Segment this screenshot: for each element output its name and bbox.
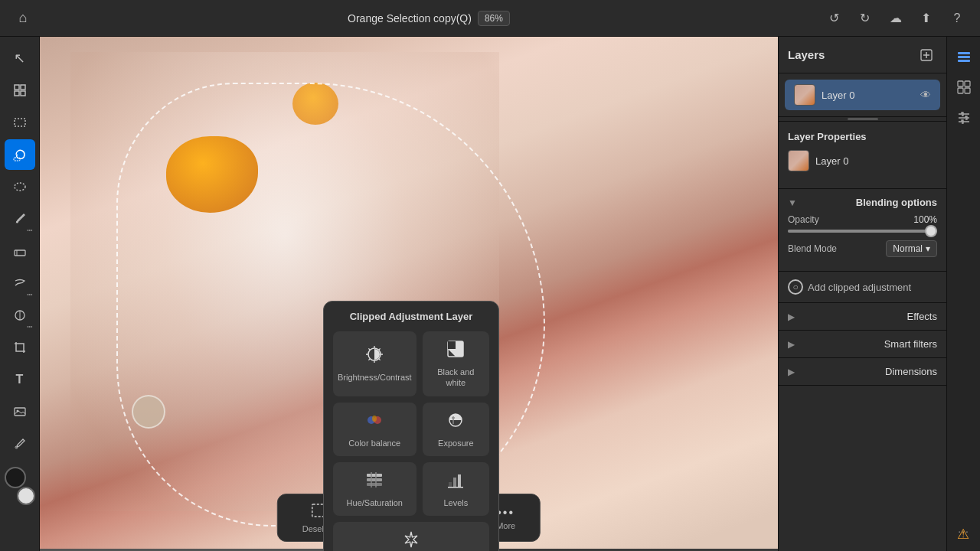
svg-point-19 (372, 416, 377, 422)
color-balance-item[interactable]: Color balance (333, 403, 416, 456)
divider-handle (848, 118, 878, 120)
top-bar-center: Orange Selection copy(Q) 86% (348, 11, 510, 26)
hue-saturation-item[interactable]: Hue/Saturation (333, 462, 416, 516)
warning-area: ⚠ (779, 539, 946, 551)
svg-rect-28 (458, 474, 461, 487)
panel-icons (916, 44, 937, 66)
text-tool[interactable]: T (5, 364, 35, 395)
panel-spacer (779, 386, 946, 539)
layers-panel-icon[interactable] (950, 43, 978, 70)
smart-filters-row: ▶ Smart filters (788, 338, 937, 350)
select-tool[interactable]: ↖ (5, 43, 35, 73)
color-swatches[interactable] (5, 467, 35, 505)
add-clipped-label: Add clipped adjustment (808, 282, 911, 293)
foreground-color[interactable] (5, 467, 26, 488)
blend-mode-value: Normal (893, 243, 923, 254)
cloud-icon[interactable]: ☁ (885, 8, 906, 29)
layer-0-item[interactable]: Layer 0 👁 (785, 80, 940, 110)
layer-properties-section: Layer Properties Layer 0 (779, 122, 946, 189)
svg-rect-23 (367, 483, 382, 486)
layer-props-name: Layer 0 (815, 155, 937, 167)
layer-0-visibility[interactable]: 👁 (920, 89, 931, 101)
blend-mode-row: Blend Mode Normal ▾ (788, 240, 937, 257)
effects-section[interactable]: ▶ Effects (779, 303, 946, 331)
svg-rect-38 (958, 81, 963, 86)
home-icon[interactable]: ⌂ (12, 8, 34, 29)
svg-point-6 (15, 183, 25, 191)
svg-rect-40 (958, 88, 963, 93)
blending-options-title: Blending options (856, 197, 937, 208)
undo-icon[interactable]: ↺ (824, 8, 845, 29)
svg-rect-21 (367, 474, 382, 477)
share-icon[interactable]: ⬆ (916, 8, 937, 29)
svg-rect-39 (965, 81, 970, 86)
svg-rect-29 (448, 487, 463, 488)
eyedropper-tool[interactable] (5, 429, 35, 459)
blend-mode-select[interactable]: Normal ▾ (886, 240, 937, 257)
top-bar: ⌂ Orange Selection copy(Q) 86% ↺ ↻ ☁ ⬆ ? (0, 0, 980, 37)
left-toolbar: ↖ (0, 37, 40, 551)
warning-icon[interactable]: ⚠ (952, 523, 974, 545)
eraser-tool[interactable] (5, 236, 35, 266)
properties-panel-icon[interactable] (950, 73, 978, 101)
transform-tool[interactable] (5, 75, 35, 106)
main-area: ↖ (0, 37, 980, 551)
far-right-panel: ··· (946, 37, 980, 551)
lasso-tool[interactable] (5, 139, 35, 170)
levels-icon (446, 470, 466, 494)
svg-rect-27 (453, 478, 456, 487)
svg-rect-15 (448, 341, 456, 349)
layer-0-name: Layer 0 (822, 90, 914, 101)
marquee-rect-tool[interactable] (5, 107, 35, 138)
layer-0-thumbnail (794, 84, 815, 106)
zoom-level[interactable]: 86% (478, 11, 510, 26)
svg-rect-8 (15, 250, 25, 256)
top-bar-right: ↺ ↻ ☁ ⬆ ? (824, 8, 968, 29)
add-layer-icon[interactable] (916, 44, 937, 66)
popup-title: Clipped Adjustment Layer (333, 311, 489, 322)
exposure-item[interactable]: Exposure (423, 403, 489, 456)
background-color[interactable] (17, 487, 35, 505)
redo-icon[interactable]: ↻ (854, 8, 876, 29)
help-icon[interactable]: ? (946, 8, 968, 29)
layers-section: Layer 0 👁 (779, 73, 946, 117)
black-and-white-item[interactable]: Black and white (423, 331, 489, 396)
blend-mode-chevron: ▾ (926, 243, 930, 254)
crop-tool[interactable] (5, 332, 35, 363)
image-tool[interactable] (5, 396, 35, 427)
dimensions-section[interactable]: ▶ Dimensions (779, 358, 946, 386)
brightness-contrast-item[interactable]: Brightness/Contrast (333, 331, 416, 396)
svg-rect-2 (15, 91, 19, 96)
levels-item[interactable]: Levels (423, 462, 489, 516)
exposure-label: Exposure (438, 438, 473, 448)
svg-rect-36 (958, 56, 970, 58)
color-balance-icon (364, 410, 384, 435)
adjustments-panel-icon[interactable] (950, 104, 978, 132)
brush-tool[interactable]: ••• (5, 204, 35, 234)
more-icon: ••• (497, 506, 514, 520)
clipped-adjustment-panel: Clipped Adjustment Layer Brightness/Cont… (323, 301, 499, 551)
svg-rect-26 (449, 482, 452, 487)
blending-chevron: ▼ (788, 197, 797, 208)
top-bar-left: ⌂ (12, 8, 34, 29)
smart-filters-section[interactable]: ▶ Smart filters (779, 331, 946, 358)
svg-rect-3 (21, 91, 25, 96)
opacity-value: 100% (913, 214, 937, 225)
dodge-burn-tool[interactable]: ••• (5, 300, 35, 331)
layer-props-thumbnail (788, 150, 809, 171)
ellipse-marquee-tool[interactable] (5, 171, 35, 202)
add-clipped-adjustment[interactable]: ○ Add clipped adjustment (779, 272, 946, 303)
effects-title: Effects (906, 311, 937, 322)
effects-row: ▶ Effects (788, 311, 937, 322)
cursor-dot (132, 395, 165, 429)
svg-point-7 (16, 221, 18, 223)
layer-properties-header: Layer Properties (788, 131, 937, 142)
opacity-label: Opacity (788, 214, 819, 225)
smudge-tool[interactable]: ••• (5, 268, 35, 298)
dimensions-title: Dimensions (885, 366, 937, 377)
opacity-slider[interactable] (788, 230, 937, 233)
blending-options-toggle[interactable]: ▼ Blending options (788, 197, 937, 208)
opacity-slider-thumb[interactable] (925, 225, 937, 237)
hue-saturation-label: Hue/Saturation (347, 497, 403, 508)
vibrance-item[interactable]: Vibrance (333, 522, 489, 551)
